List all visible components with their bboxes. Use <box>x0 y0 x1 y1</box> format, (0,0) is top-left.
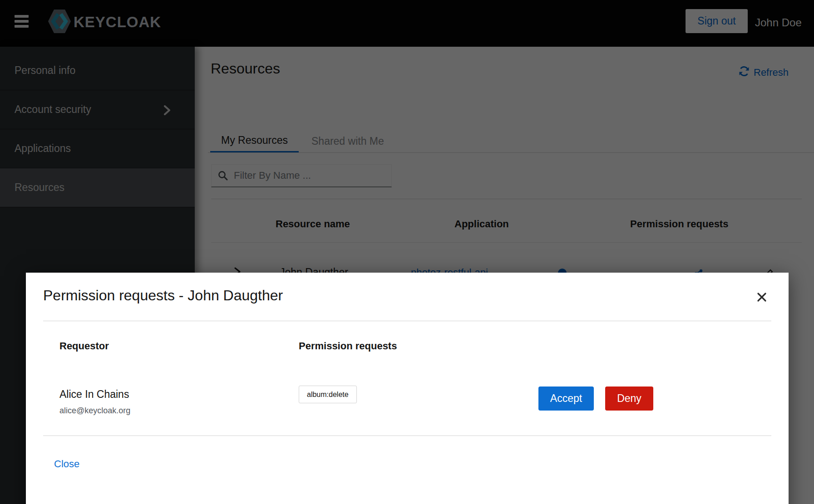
modal-title: Permission requests - John Daugther <box>43 287 283 304</box>
requestor-email: alice@keycloak.org <box>59 406 130 416</box>
modal-column-requestor: Requestor <box>59 340 109 352</box>
close-link[interactable]: Close <box>54 458 79 470</box>
permission-requests-modal: Permission requests - John Daugther Requ… <box>26 273 789 504</box>
modal-column-permission-requests: Permission requests <box>299 340 397 352</box>
accept-button[interactable]: Accept <box>538 387 594 411</box>
deny-button[interactable]: Deny <box>605 387 653 411</box>
close-icon[interactable] <box>755 291 769 304</box>
permission-chip: album:delete <box>299 386 357 403</box>
modal-footer-divider <box>43 435 771 436</box>
requestor-name: Alice In Chains <box>59 388 129 401</box>
modal-header-divider <box>43 321 771 321</box>
